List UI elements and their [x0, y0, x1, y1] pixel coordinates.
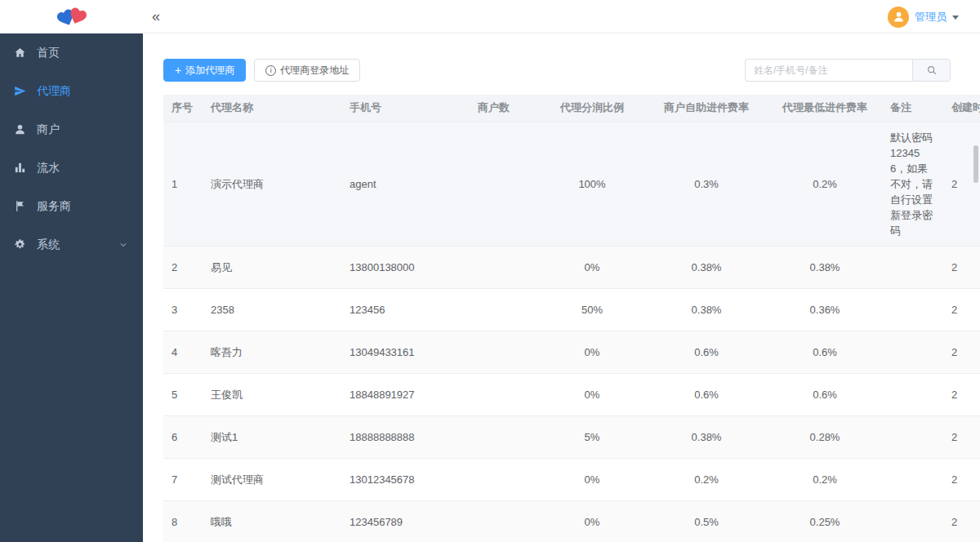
sidebar-item-label: 代理商 [37, 84, 71, 99]
cell-name: 喀吾力 [203, 331, 341, 373]
cell-share: 0% [539, 373, 645, 415]
send-icon [13, 85, 26, 98]
cell-min_rate: 0.28% [768, 415, 882, 458]
cell-min_rate: 0.25% [768, 500, 882, 542]
sidebar-item-system[interactable]: 系统 [0, 225, 143, 264]
agent-login-url-button[interactable]: i 代理商登录地址 [254, 59, 360, 82]
cell-no: 2 [163, 246, 203, 288]
cell-name: 王俊凯 [203, 373, 341, 415]
cell-phone: 18848891927 [341, 373, 470, 415]
sidebar-item-merchants[interactable]: 商户 [0, 110, 143, 149]
cell-remark [882, 246, 943, 288]
gear-icon [13, 238, 26, 251]
sidebar-item-flows[interactable]: 流水 [0, 149, 143, 187]
sidebar-item-label: 服务商 [37, 199, 71, 214]
column-header-self_rate: 商户自助进件费率 [645, 95, 768, 122]
search-icon [926, 64, 938, 76]
cell-min_rate: 0.2% [768, 458, 882, 500]
column-header-remark: 备注 [882, 95, 943, 122]
cell-share: 100% [539, 122, 645, 246]
vertical-scrollbar[interactable] [973, 145, 978, 183]
plus-icon: + [175, 64, 181, 76]
column-header-no: 序号 [163, 95, 203, 122]
cell-merchants [470, 500, 539, 542]
cell-share: 0% [539, 331, 645, 373]
cell-min_rate: 0.38% [768, 246, 882, 288]
cell-created: 2 [943, 415, 980, 458]
table-row: 2易见138001380000%0.38%0.38%2 [163, 246, 980, 288]
cell-phone: 13049433161 [341, 331, 470, 373]
cell-merchants [470, 288, 539, 331]
main-content: + 添加代理商 i 代理商登录地址 序号代理名称 [143, 33, 980, 542]
sidebar-item-agents[interactable]: 代理商 [0, 72, 143, 110]
agent-login-url-label: 代理商登录地址 [280, 64, 349, 78]
column-header-created: 创建时间 [943, 95, 980, 122]
column-header-share: 代理分润比例 [539, 95, 645, 122]
cell-created: 2 [943, 288, 980, 331]
cell-remark [882, 331, 943, 373]
cell-phone: 18888888888 [341, 415, 470, 458]
cell-min_rate: 0.2% [768, 122, 882, 246]
add-agent-label: 添加代理商 [185, 64, 234, 78]
user-avatar-icon [892, 10, 906, 24]
cell-phone: 13800138000 [341, 246, 470, 288]
cell-created: 2 [943, 331, 980, 373]
cell-phone: 123456 [341, 288, 470, 331]
cell-remark [882, 288, 943, 331]
cell-share: 0% [539, 458, 645, 500]
table-row: 5王俊凯188488919270%0.6%0.6%2 [163, 373, 980, 415]
agents-table: 序号代理名称手机号商户数代理分润比例商户自助进件费率代理最低进件费率备注创建时间… [163, 95, 980, 542]
cell-merchants [470, 373, 539, 415]
sidebar-collapse-toggle[interactable]: « [152, 0, 160, 33]
cell-remark [882, 500, 943, 542]
search-group [745, 59, 951, 82]
cell-self_rate: 0.38% [645, 246, 768, 288]
cell-remark [882, 373, 943, 415]
cell-merchants [470, 415, 539, 458]
cell-merchants [470, 122, 539, 246]
add-agent-button[interactable]: + 添加代理商 [163, 59, 246, 82]
user-icon [13, 123, 26, 136]
search-input[interactable] [745, 59, 912, 82]
sidebar-item-providers[interactable]: 服务商 [0, 187, 143, 225]
info-icon: i [265, 65, 276, 76]
cell-no: 5 [163, 373, 203, 415]
search-button[interactable] [912, 59, 951, 82]
brand-logo-icon [53, 5, 91, 29]
brand-logo[interactable] [0, 0, 143, 33]
column-header-name: 代理名称 [203, 95, 341, 122]
cell-created: 2 [943, 373, 980, 415]
cell-created: 2 [943, 246, 980, 288]
table-row: 7测试代理商130123456780%0.2%0.2%2 [163, 458, 980, 500]
chart-icon [13, 162, 26, 175]
sidebar-item-label: 首页 [37, 46, 60, 60]
cell-min_rate: 0.6% [768, 331, 882, 373]
toolbar: + 添加代理商 i 代理商登录地址 [163, 59, 951, 82]
cell-created: 2 [943, 500, 980, 542]
cell-share: 50% [539, 288, 645, 331]
sidebar: 首页代理商商户流水服务商系统 [0, 33, 143, 542]
cell-phone: 123456789 [341, 500, 470, 542]
user-menu[interactable]: 管理员 [888, 0, 959, 33]
cell-name: 测试1 [203, 415, 341, 458]
cell-min_rate: 0.36% [768, 288, 882, 331]
flag-icon [13, 200, 26, 213]
cell-name: 演示代理商 [203, 122, 341, 246]
cell-self_rate: 0.2% [645, 458, 768, 500]
table-row: 1演示代理商agent100%0.3%0.2%默认密码123456，如果不对，请… [163, 122, 980, 246]
cell-created: 2 [943, 122, 980, 246]
column-header-phone: 手机号 [341, 95, 470, 122]
cell-name: 易见 [203, 246, 341, 288]
cell-self_rate: 0.38% [645, 415, 768, 458]
cell-created: 2 [943, 458, 980, 500]
table-row: 6测试1188888888885%0.38%0.28%2 [163, 415, 980, 458]
cell-min_rate: 0.6% [768, 373, 882, 415]
app-window: « 管理员 首页代理商商户流水服务商系统 + 添加代理商 i 代理商登录地址 [0, 0, 980, 542]
cell-no: 8 [163, 500, 203, 542]
chevron-down-icon [118, 240, 128, 250]
table-row: 3235812345650%0.38%0.36%2 [163, 288, 980, 331]
sidebar-item-home[interactable]: 首页 [0, 33, 143, 72]
cell-no: 1 [163, 122, 203, 246]
cell-merchants [470, 246, 539, 288]
table-row: 8哦哦1234567890%0.5%0.25%2 [163, 500, 980, 542]
